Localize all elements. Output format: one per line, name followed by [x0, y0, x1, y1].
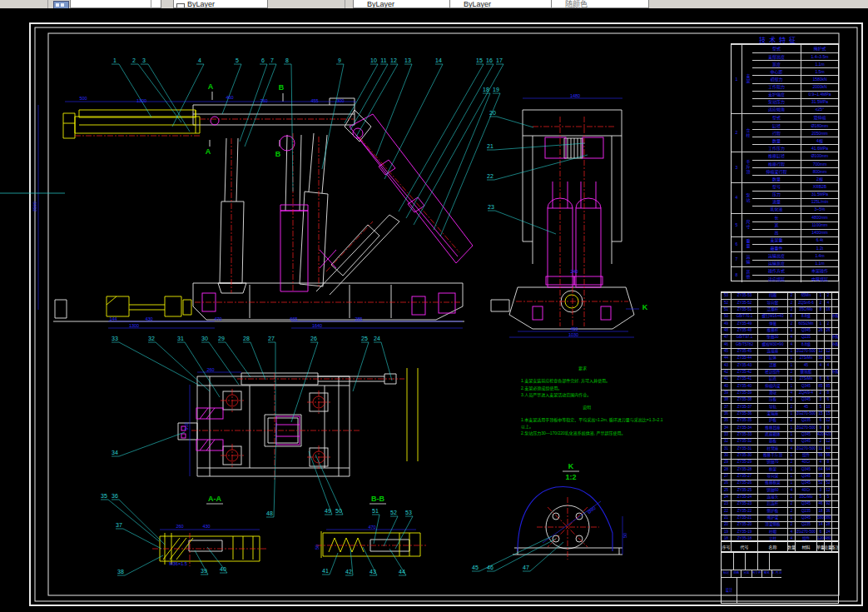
- bom-cell: 销轴60: [757, 487, 787, 493]
- revision-cell: [769, 553, 781, 570]
- bom-cell: ZG270-500: [795, 529, 816, 535]
- bom-row: 50GB/T70.1螺钉M16×4088.8级外购: [722, 313, 838, 320]
- callout-leader: [381, 342, 392, 381]
- view-label-K: K: [642, 303, 648, 311]
- bom-cell: 23: [722, 501, 731, 507]
- bom-cell: 连接座: [757, 349, 787, 355]
- bom-row: 28ZY35-28框架1Q3456464: [722, 465, 838, 472]
- bom-cell: 44: [824, 445, 831, 451]
- bom-cell: 35CrMo: [795, 307, 816, 313]
- tech-row: 数量4根: [752, 137, 838, 144]
- bom-cell: 12: [824, 439, 831, 445]
- bom-cell: ZY35-22: [731, 508, 757, 514]
- callout-1: 1: [113, 57, 117, 63]
- color-combo[interactable]: ByLayer: [173, 0, 268, 8]
- bom-cell: ZY35-24: [731, 495, 757, 500]
- bom-cell: 420: [824, 432, 831, 438]
- tech-param: 型式: [752, 114, 801, 122]
- callout-35: 35: [101, 493, 107, 499]
- bom-cell: 1: [787, 362, 795, 368]
- bom-cell: ZY35-53: [731, 293, 757, 299]
- bom-row: 43ZY35-43活塞14544: [722, 361, 838, 368]
- tech-row: 缸径Ø180mm: [752, 122, 838, 129]
- bom-cell: 推移框架: [757, 480, 787, 486]
- callout-leader: [399, 64, 484, 211]
- cad-canvas[interactable]: 1234567891011121314151617181920212223242…: [0, 8, 868, 612]
- bom-cell: [831, 439, 838, 445]
- tech-group-number: 7: [732, 252, 742, 266]
- bom-cell: ZY35-49: [731, 321, 757, 326]
- bom-cell: 21: [722, 515, 731, 521]
- layer-combo[interactable]: [70, 0, 161, 8]
- tech-value: ≤25°: [801, 107, 838, 113]
- bom-row: 22ZY35-22侧护板2Q2351836: [722, 507, 838, 514]
- bom-cell: [831, 495, 838, 500]
- callout-leader: [148, 64, 190, 132]
- callout-52: 52: [390, 510, 397, 515]
- bom-cell: 26: [722, 480, 731, 486]
- callout-32: 32: [148, 336, 155, 341]
- tech-row: 长4800mm: [752, 214, 838, 221]
- bom-cell: 36: [824, 508, 831, 514]
- bom-cell: 外购: [831, 370, 838, 376]
- bom-cell: 15: [824, 411, 831, 417]
- callout-26: 26: [310, 336, 317, 341]
- bom-row: 31ZY35-31柱窝座4ZG270-5001144: [722, 445, 838, 451]
- notes-layer: 要求1.支架安装前应检查各部件完好, 方可入井使用。2.支架必须成组使用。3.人…: [521, 366, 663, 436]
- bom-cell: GB/T97.1: [731, 335, 757, 341]
- bom-cell: [816, 370, 824, 376]
- bom-cell: 37: [722, 404, 731, 410]
- bom-cell: 2: [816, 300, 824, 306]
- tech-row: 工作压力41.6MPa: [752, 144, 838, 152]
- tech-row: 压力31.5MPa: [752, 191, 838, 198]
- bom-cell: 4: [824, 300, 831, 306]
- bom-cell: ZY35-29: [731, 460, 757, 465]
- callout-21: 21: [487, 143, 494, 149]
- bom-cell: [831, 522, 838, 528]
- bom-cell: [824, 341, 831, 347]
- bom-cell: [831, 425, 838, 430]
- bom-cell: 2: [787, 293, 795, 299]
- linetype-combo[interactable]: ByLayer: [353, 0, 456, 8]
- bom-cell: ZY35-21: [731, 515, 757, 521]
- tech-value: 1.1m: [801, 61, 838, 67]
- view-label-layer: AABBA-AB-BK1:2K: [206, 82, 648, 504]
- tech-value: 4根: [801, 137, 838, 144]
- tech-row: 高1400mm: [752, 229, 838, 236]
- tech-group: 5尺寸长4800mm宽1100mm高1400mm: [732, 213, 838, 236]
- tech-value: XRB2B: [801, 183, 838, 191]
- bom-cell: 4: [787, 391, 795, 396]
- plotstyle-combo[interactable]: 随颜色: [551, 0, 649, 8]
- callout-leader: [530, 542, 563, 571]
- tech-group-number: 4: [732, 183, 742, 213]
- bom-cell: ZY35-35: [731, 418, 757, 424]
- dimension-text: 665: [290, 316, 297, 321]
- dimension-text: 450: [570, 326, 578, 331]
- tech-value: 3~5%: [801, 206, 838, 213]
- bom-row: 39ZY35-39滑块4ZQAl9-428: [722, 390, 838, 396]
- bom-cell: ZY35-33: [731, 432, 757, 438]
- bom-row: 46GB/T5782螺栓M30×9048.8级外购: [722, 341, 838, 347]
- lineweight-combo[interactable]: ByLayer: [449, 0, 554, 8]
- revision-label: 分区: [741, 570, 751, 577]
- tech-param: 宽度: [752, 61, 801, 67]
- tech-group-name: 千斤顶: [742, 152, 752, 182]
- callout-leader: [222, 64, 241, 114]
- bom-cell: 29: [722, 460, 731, 465]
- tech-row: 流量125L/min: [752, 198, 838, 206]
- bom-cell: 6: [787, 439, 795, 445]
- bom-cell: 41: [722, 376, 731, 382]
- bom-cell: [831, 404, 838, 410]
- bom-row: 41ZY35-41缸底127SiMn66: [722, 376, 838, 382]
- bom-cell: Q345: [795, 466, 816, 472]
- dimension-text: 1300: [136, 98, 146, 103]
- bom-cell: ZY35-25: [731, 487, 757, 493]
- bom-cell: Q345: [795, 474, 816, 480]
- bom-cell: 64: [824, 466, 831, 472]
- bom-cell: ZQSn6-6: [795, 300, 816, 306]
- bom-cell: 1: [787, 480, 795, 486]
- bom-cell: ZY35-43: [731, 362, 757, 368]
- callout-14: 14: [435, 57, 442, 63]
- view-label-K: K: [568, 462, 574, 470]
- bom-cell: 420: [816, 432, 824, 438]
